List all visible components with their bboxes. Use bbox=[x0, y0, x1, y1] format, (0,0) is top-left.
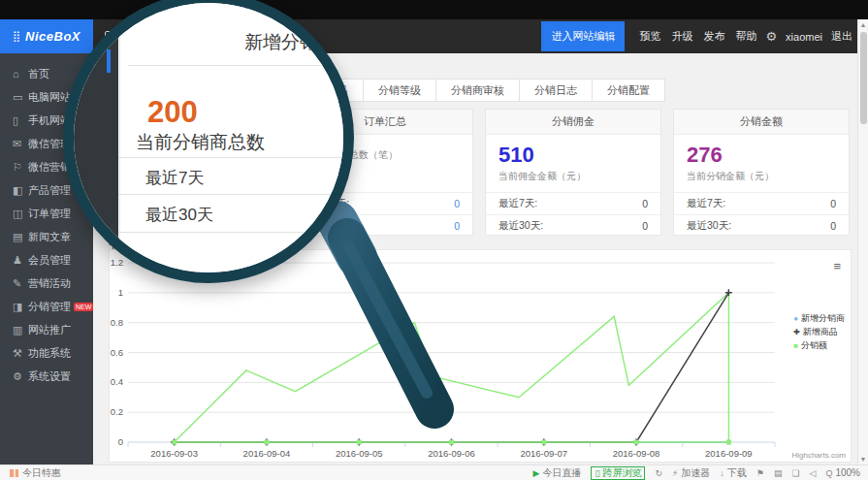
logout-link[interactable]: 退出 bbox=[831, 29, 852, 44]
chart-credits[interactable]: Highcharts.com bbox=[791, 451, 846, 460]
svg-text:0.4: 0.4 bbox=[111, 376, 123, 387]
sidebar-item[interactable]: ⚐微信营销NEW bbox=[0, 155, 93, 178]
statusbar-item[interactable]: ▯跨屏浏览 bbox=[591, 466, 645, 480]
card-row-label: 最近7天: bbox=[122, 197, 161, 210]
statusbar-item[interactable]: ◁ bbox=[809, 468, 816, 478]
topbar-link[interactable]: 升级 bbox=[671, 29, 692, 44]
accelerator-icon: ⚡ bbox=[672, 468, 678, 478]
tab[interactable]: 分销产品 bbox=[290, 79, 364, 102]
sidebar-item[interactable]: ◨分销管理NEW bbox=[0, 295, 93, 318]
username[interactable]: xiaomei bbox=[786, 31, 822, 43]
chart-menu-icon[interactable]: ≡ bbox=[833, 260, 841, 272]
card-caption: 当前分销商总数 bbox=[122, 170, 272, 183]
legend-marker-icon: ✚ bbox=[793, 329, 800, 336]
news-article-icon: ▤ bbox=[13, 231, 28, 243]
card-row-value[interactable]: 0 bbox=[642, 220, 648, 232]
card-stat-row: 最近30天:0 bbox=[486, 214, 660, 237]
zoom-level-icon: Q bbox=[825, 468, 832, 478]
product-manage-icon: ◧ bbox=[13, 184, 28, 197]
statusbar-item[interactable]: ❏ bbox=[791, 468, 799, 478]
member-manage-icon: ♟ bbox=[13, 254, 28, 267]
card-row-value[interactable]: 0 bbox=[642, 198, 648, 209]
site-promotion-icon: ▥ bbox=[13, 324, 28, 336]
card-row-label: 最近30天: bbox=[498, 219, 543, 233]
scroll-down-icon[interactable]: ▼ bbox=[858, 454, 868, 464]
card-row-value[interactable]: 0 bbox=[454, 220, 460, 232]
statusbar-item[interactable]: ⚡加速器 bbox=[672, 466, 710, 480]
logo[interactable]: ⣿ NiceBoX bbox=[0, 19, 93, 53]
card-row-label: 最近30天: bbox=[687, 219, 731, 233]
tab[interactable]: 分销日志 bbox=[519, 79, 593, 102]
topbar-link[interactable]: 帮助 bbox=[735, 29, 756, 44]
wechat-marketing-icon: ⚐ bbox=[13, 161, 28, 174]
sidebar-item[interactable]: ✉微信管理 bbox=[0, 132, 93, 155]
card-stat-row: 最近30天:0 bbox=[110, 214, 284, 237]
legend-label: 分销额 bbox=[801, 339, 827, 352]
svg-text:0.8: 0.8 bbox=[111, 317, 123, 328]
topbar-link[interactable]: 发布 bbox=[703, 29, 724, 44]
sidebar-item-label: 微信管理 bbox=[28, 137, 71, 151]
legend-item[interactable]: ●新增分销商 bbox=[793, 312, 845, 325]
sidebar-item[interactable]: ▥网站推广 bbox=[0, 318, 93, 341]
statusbar-item[interactable]: ▶今日直播 bbox=[533, 466, 582, 480]
svg-text:1.2: 1.2 bbox=[111, 257, 123, 268]
card-caption: 当前佣金金额（元） bbox=[498, 170, 648, 183]
statusbar-item[interactable]: Q100% bbox=[825, 467, 860, 478]
svg-text:2016-09-03: 2016-09-03 bbox=[150, 448, 198, 459]
sidebar-item[interactable]: ▯手机网站 bbox=[0, 109, 93, 132]
statusbar-item[interactable]: ▤ bbox=[774, 468, 783, 478]
sidebar-item-label: 会员管理 bbox=[28, 253, 71, 268]
sidebar-item[interactable]: ♟会员管理 bbox=[0, 248, 93, 272]
daily-deal-item[interactable]: 今日特惠 bbox=[0, 466, 61, 480]
tab[interactable]: 分销等级 bbox=[363, 79, 436, 102]
printer-icon: ▤ bbox=[774, 468, 783, 478]
sidebar-item[interactable]: ▭电脑网站 bbox=[0, 85, 93, 109]
tab[interactable]: 分销商审核 bbox=[435, 79, 520, 102]
card-stat-row: 最近30天:0 bbox=[674, 214, 849, 237]
svg-text:0.6: 0.6 bbox=[111, 347, 123, 358]
card-row-value[interactable]: 0 bbox=[266, 198, 272, 209]
vertical-scrollbar[interactable]: ▲ ▼ bbox=[857, 19, 868, 464]
order-manage-icon: ◫ bbox=[13, 208, 28, 220]
card-title: 分销佣金 bbox=[486, 110, 660, 135]
statusbar-item[interactable]: ↓下载 bbox=[720, 466, 747, 480]
card-value: 276 bbox=[687, 144, 836, 166]
marketing-activity-icon: ✎ bbox=[13, 277, 28, 290]
sidebar-item[interactable]: ⚒功能系统 bbox=[0, 341, 93, 365]
stat-card: 新增分销商200当前分销商总数最近7天:0最近30天:0 bbox=[109, 109, 285, 236]
card-row-label: 最近30天: bbox=[122, 219, 167, 233]
sidebar-item[interactable]: ◫订单管理 bbox=[0, 202, 93, 225]
topbar-link[interactable]: 预览 bbox=[639, 29, 660, 44]
svg-text:2016-09-04: 2016-09-04 bbox=[243, 448, 291, 459]
card-row-value[interactable]: 0 bbox=[830, 198, 836, 209]
sidebar-item[interactable]: ✎营销活动 bbox=[0, 272, 93, 295]
sidebar-item-label: 营销活动 bbox=[28, 276, 71, 291]
tab[interactable]: 分销配置 bbox=[592, 79, 665, 102]
gear-icon[interactable]: ⚙ bbox=[765, 29, 777, 44]
statusbar-item[interactable]: ⚑ bbox=[756, 468, 764, 478]
enter-site-edit-button[interactable]: 进入网站编辑 bbox=[541, 21, 625, 51]
desktop-preview-icon[interactable] bbox=[105, 31, 121, 43]
card-body: 当前订单总数（笔） bbox=[298, 135, 472, 192]
card-body: 276当前分销金额（元） bbox=[674, 135, 849, 192]
stat-card: 分销佣金510当前佣金金额（元）最近7天:0最近30天:0 bbox=[485, 109, 661, 236]
card-row-value[interactable]: 0 bbox=[454, 198, 460, 209]
scrollbar-thumb[interactable] bbox=[860, 32, 867, 124]
sidebar-item[interactable]: ▤新闻文章 bbox=[0, 225, 93, 248]
legend-item[interactable]: ■分销额 bbox=[793, 339, 845, 352]
scroll-up-icon[interactable]: ▲ bbox=[858, 19, 868, 30]
statusbar-item[interactable]: ↻ bbox=[655, 468, 662, 478]
sidebar-item-label: 微信营销 bbox=[28, 160, 71, 175]
card-stat-row: 最近30天:0 bbox=[298, 214, 472, 237]
statusbar-item-label: 今日直播 bbox=[542, 466, 581, 480]
sidebar-item-label: 电脑网站 bbox=[28, 90, 71, 105]
card-row-value[interactable]: 0 bbox=[266, 220, 272, 232]
legend-item[interactable]: ✚新增商品 bbox=[793, 326, 845, 338]
sidebar-item-label: 系统设置 bbox=[28, 369, 71, 384]
card-row-value[interactable]: 0 bbox=[830, 220, 836, 232]
sidebar-item-label: 新闻文章 bbox=[28, 230, 71, 244]
sidebar-item[interactable]: ⚙系统设置 bbox=[0, 365, 93, 388]
sidebar-item[interactable]: ◧产品管理 bbox=[0, 178, 93, 202]
sidebar-item[interactable]: ⌂首页 bbox=[0, 62, 93, 85]
card-title: 新增分销商 bbox=[110, 110, 284, 135]
